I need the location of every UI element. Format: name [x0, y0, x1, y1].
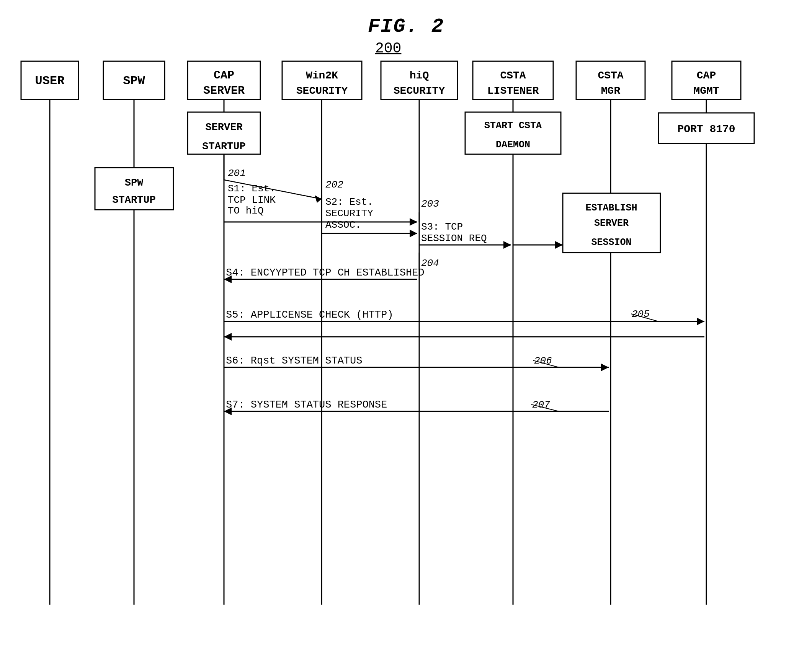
svg-rect-27	[672, 61, 741, 99]
svg-rect-10	[103, 61, 165, 99]
svg-marker-80	[224, 333, 232, 341]
svg-text:USER: USER	[35, 74, 65, 88]
svg-rect-36	[658, 113, 754, 144]
svg-text:ESTABLISH: ESTABLISH	[585, 202, 637, 214]
svg-text:SESSION REQ: SESSION REQ	[421, 233, 487, 244]
svg-line-85	[533, 360, 559, 367]
svg-line-78	[631, 314, 658, 321]
svg-text:START CSTA: START CSTA	[484, 120, 542, 131]
svg-text:S5: APPLICENSE CHECK (HTTP): S5: APPLICENSE CHECK (HTTP)	[226, 309, 393, 321]
svg-text:SECURITY: SECURITY	[325, 208, 373, 219]
svg-text:S3: TCP: S3: TCP	[421, 221, 463, 233]
svg-rect-12	[188, 61, 260, 99]
svg-rect-8	[21, 61, 78, 99]
svg-text:MGMT: MGMT	[693, 85, 719, 97]
svg-text:S7: SYSTEM STATUS RESPONSE: S7: SYSTEM STATUS RESPONSE	[226, 399, 387, 411]
svg-text:SPW: SPW	[125, 177, 144, 189]
svg-text:202: 202	[325, 179, 343, 191]
svg-text:S4: ENCYYPTED TCP CH ESTABLISH: S4: ENCYYPTED TCP CH ESTABLISHED	[226, 267, 424, 279]
svg-text:Win2K: Win2K	[306, 70, 338, 82]
svg-text:S6: Rqst SYSTEM STATUS: S6: Rqst SYSTEM STATUS	[226, 355, 362, 367]
svg-text:CSTA: CSTA	[500, 70, 526, 82]
svg-text:STARTUP: STARTUP	[202, 141, 245, 152]
svg-marker-53	[410, 218, 417, 226]
svg-marker-57	[410, 230, 417, 237]
svg-marker-75	[697, 318, 704, 325]
svg-text:207: 207	[532, 399, 550, 411]
svg-text:PORT 8170: PORT 8170	[677, 123, 735, 135]
svg-rect-30	[188, 112, 260, 154]
svg-text:DAEMON: DAEMON	[496, 139, 530, 150]
svg-rect-18	[381, 61, 457, 99]
svg-text:SERVER: SERVER	[205, 122, 243, 133]
svg-rect-41	[563, 193, 660, 253]
svg-rect-21	[473, 61, 553, 99]
svg-text:SERVER: SERVER	[594, 218, 629, 229]
svg-text:203: 203	[421, 198, 439, 210]
svg-marker-47	[315, 195, 322, 203]
svg-text:STARTUP: STARTUP	[112, 194, 155, 206]
svg-marker-68	[555, 241, 563, 249]
svg-text:hiQ: hiQ	[410, 70, 429, 82]
svg-text:SESSION: SESSION	[591, 237, 631, 248]
diagram-container: FIG. 2 200 USER SPW CAP SERVER W	[0, 0, 812, 654]
svg-marker-82	[601, 364, 609, 371]
svg-rect-38	[95, 168, 173, 210]
svg-marker-64	[503, 241, 511, 249]
svg-text:TO hiQ: TO hiQ	[228, 205, 264, 217]
svg-text:S1: Est.: S1: Est.	[228, 183, 276, 194]
svg-text:CSTA: CSTA	[598, 70, 623, 82]
svg-text:205: 205	[632, 308, 650, 320]
svg-text:SERVER: SERVER	[203, 84, 245, 97]
svg-marker-87	[224, 408, 232, 415]
svg-rect-33	[465, 112, 561, 154]
svg-line-90	[531, 404, 559, 411]
figure-title: FIG. 2	[368, 15, 444, 38]
svg-text:206: 206	[534, 355, 552, 367]
diagram-svg: USER SPW CAP SERVER Win2K SECURITY hiQ S…	[0, 0, 812, 654]
svg-text:LISTENER: LISTENER	[487, 85, 539, 97]
svg-text:201: 201	[228, 168, 246, 179]
diagram-number: 200	[375, 40, 401, 57]
svg-text:TCP LINK: TCP LINK	[228, 194, 276, 206]
svg-text:204: 204	[421, 258, 439, 269]
svg-rect-24	[576, 61, 645, 99]
svg-rect-15	[282, 61, 362, 99]
svg-text:SECURITY: SECURITY	[296, 85, 348, 97]
svg-text:CAP: CAP	[697, 70, 716, 82]
svg-marker-72	[224, 276, 232, 283]
svg-text:SECURITY: SECURITY	[394, 85, 445, 97]
svg-text:S2: Est.: S2: Est.	[325, 196, 373, 208]
svg-line-46	[224, 180, 322, 199]
svg-text:SPW: SPW	[123, 74, 145, 88]
svg-text:MGR: MGR	[601, 85, 621, 97]
svg-text:CAP: CAP	[214, 69, 234, 82]
svg-text:ASSOC.: ASSOC.	[325, 219, 361, 231]
